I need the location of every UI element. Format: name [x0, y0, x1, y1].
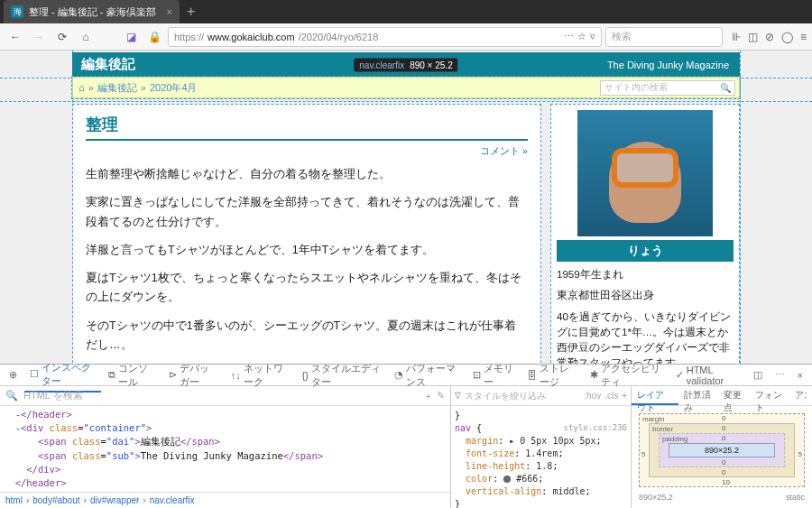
inspector-measure-pill: nav.clearfix 890 × 25.2 [354, 58, 457, 71]
tab-favicon: 海 [11, 5, 23, 18]
browser-titlebar: 海 整理 - 編集後記 - 豪海倶楽部 × + [0, 0, 812, 23]
boxmodel-tab-changes[interactable]: 変更点 [718, 386, 751, 405]
tab-title: 整理 - 編集後記 - 豪海倶楽部 [29, 5, 156, 19]
library-icon[interactable]: ⊪ [732, 31, 741, 43]
devtools-close-icon[interactable]: × [792, 367, 808, 383]
menu-icon[interactable]: ≡ [800, 31, 807, 43]
forward-button[interactable]: → [29, 27, 49, 47]
browser-search[interactable]: 検索 [605, 27, 723, 47]
new-tab-button[interactable]: + [187, 4, 195, 20]
home-button[interactable]: ⌂ [76, 27, 96, 47]
devtools-html-pane: 🔍 HTML を検索 +✎ -</header> -<div class="co… [0, 386, 451, 508]
pocket-icon[interactable]: ▿ [590, 31, 595, 42]
devtools-styles-pane: ∇スタイルを絞り込み :hov.cls+ } nav {style.css:23… [451, 386, 632, 508]
reload-button[interactable]: ⟳ [52, 27, 72, 47]
boxmodel-tab-layout[interactable]: レイアウト [632, 386, 678, 405]
devtools-style-filter[interactable]: ∇スタイルを絞り込み :hov.cls+ [451, 386, 631, 406]
search-icon: 🔍 [5, 390, 18, 402]
page-title: 編集後記 [81, 56, 135, 73]
url-protocol: https:// [174, 32, 204, 42]
article-main: 整理 コメント » 生前整理や断捨離じゃなけど、自分の着る物を整理した。 実家に… [72, 104, 541, 364]
article-p: 夏はTシャツ1枚で、ちょっと寒くなったらスエットやネルシャツを重ねて、冬はその上… [86, 269, 528, 308]
url-host: www.gokaiclub.com [208, 32, 295, 42]
sidebar-p: 40を過ぎてから、いきなりダイビングに目覚めて1*年…。今は週末とか西伊豆のシー… [557, 309, 734, 365]
devtools-boxmodel-pane: レイアウト 計算済み 変更点 フォント ア: margin 0 10 5 5 b… [632, 386, 812, 508]
browser-tab[interactable]: 海 整理 - 編集後記 - 豪海倶楽部 × [4, 0, 180, 23]
page-header: 編集後記 The Diving Junky Magazine nav.clear… [72, 52, 740, 77]
reader-icon[interactable]: ⋯ [564, 31, 574, 42]
sidebar-icon[interactable]: ◫ [748, 31, 758, 43]
sidebar: りょう 1959年生まれ 東京都世田谷区出身 40を過ぎてから、いきなりダイビン… [550, 104, 740, 364]
article-p: 洋服と言ってもTシャツがほとんどで、1年中Tシャツを着てます。 [86, 241, 528, 260]
author-avatar [577, 110, 713, 236]
page-subtitle: The Diving Junky Magazine [607, 60, 729, 70]
crumb-link[interactable]: 2020年4月 [150, 81, 198, 95]
url-path: /2020/04/ryo/6218 [299, 32, 379, 42]
boxmodel-tab-font[interactable]: フォント [750, 386, 789, 405]
url-bar[interactable]: https://www.gokaiclub.com/2020/04/ryo/62… [168, 27, 602, 47]
sidebar-p: 1959年生まれ [557, 267, 734, 282]
article-p: 実家に置きっぱなしにしてた洋服を全部持ってきて、着れそうなのは洗濯して、普段着て… [86, 193, 528, 232]
site-search[interactable]: サイト内の検索 🔍 [600, 80, 735, 96]
browser-toolbar: ← → ⟳ ⌂ ◪ 🔒 https://www.gokaiclub.com/20… [0, 23, 812, 51]
article-p: そのTシャツの中で1番多いのが、シーエッグのTシャツ。夏の週末はこれが仕事着だし… [86, 317, 528, 356]
article-p: 生前整理や断捨離じゃなけど、自分の着る物を整理した。 [86, 165, 528, 184]
comment-link[interactable]: コメント » [480, 145, 528, 156]
devtools-picker-icon[interactable]: ⊕ [4, 366, 23, 383]
devtools-rules[interactable]: } nav {style.css:236 margin: ▸ 0 5px 10p… [451, 406, 631, 508]
shield-icon[interactable]: ◪ [121, 27, 141, 47]
boxmodel-tab-anim[interactable]: ア: [789, 386, 812, 405]
devtools-html-search[interactable]: 🔍 HTML を検索 +✎ [0, 386, 450, 406]
devtools-dock-icon[interactable]: ◫ [748, 366, 768, 383]
search-icon[interactable]: 🔍 [720, 83, 731, 93]
devtools-more-icon[interactable]: ⋯ [770, 366, 790, 383]
article-title: 整理 [86, 114, 528, 141]
devtools-panel: ⊕ ☐ インスペクター ⧉ コンソール ⊳ デバッガー ↑↓ ネットワーク {}… [0, 364, 812, 508]
devtools-tab-validator[interactable]: ✓ HTML validator [670, 362, 744, 389]
lock-icon: 🔒 [144, 27, 164, 47]
breadcrumb-nav: ⌂ » 編集後記 » 2020年4月 サイト内の検索 🔍 [72, 77, 740, 98]
back-button[interactable]: ← [5, 27, 25, 47]
home-icon[interactable]: ⌂ [78, 82, 85, 93]
author-name: りょう [557, 240, 734, 262]
close-tab-icon[interactable]: × [167, 6, 172, 17]
devtools-breadcrumbs[interactable]: html › body#about › div#wrapper › nav.cl… [0, 492, 450, 508]
crumb-link[interactable]: 編集後記 [97, 81, 137, 95]
sync-icon[interactable]: ⊘ [765, 31, 774, 43]
sidebar-p: 東京都世田谷区出身 [557, 288, 734, 303]
boxmodel-diagram: margin 0 10 5 5 border 0 0 padding 0 0 8… [632, 406, 812, 508]
page-viewport: 編集後記 The Diving Junky Magazine nav.clear… [0, 51, 812, 364]
account-icon[interactable]: ◯ [781, 31, 793, 43]
devtools-tabs: ⊕ ☐ インスペクター ⧉ コンソール ⊳ デバッガー ↑↓ ネットワーク {}… [0, 365, 812, 386]
boxmodel-tab-computed[interactable]: 計算済み [678, 386, 718, 405]
star-icon[interactable]: ☆ [577, 31, 586, 42]
devtools-html-tree[interactable]: -</header> -<div class="container"> <spa… [0, 406, 450, 492]
